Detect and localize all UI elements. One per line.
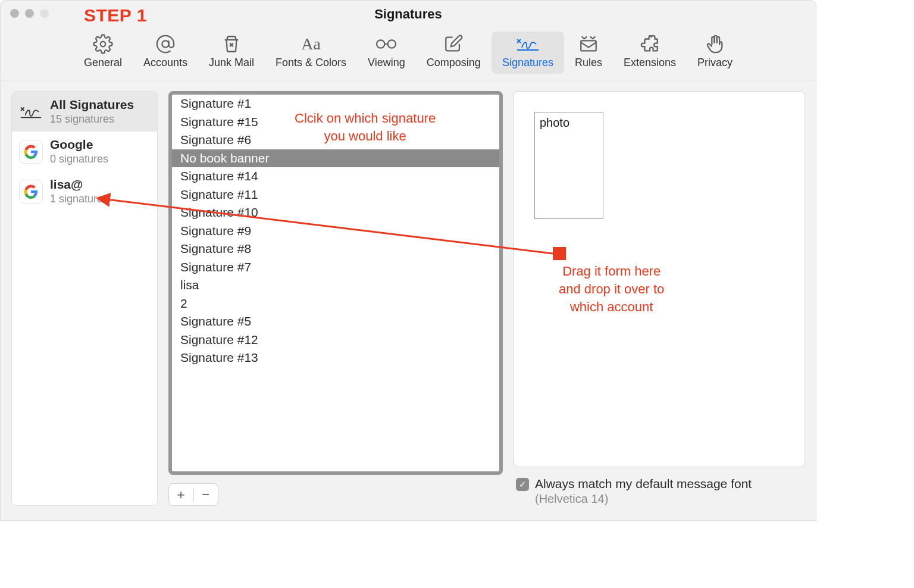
signatures-list[interactable]: Signature #1Signature #15Signature #6No …	[168, 91, 503, 475]
account-title: lisa@	[50, 177, 103, 192]
signature-item[interactable]: Signature #14	[172, 167, 499, 186]
google-icon	[19, 180, 43, 204]
rules-icon	[577, 34, 600, 54]
signature-item[interactable]: Signature #1	[172, 95, 499, 113]
accounts-sidebar: All Signatures 15 signatures Google 0 si…	[11, 91, 158, 506]
account-subtitle: 1 signature	[50, 193, 103, 205]
svg-point-1	[162, 40, 168, 47]
tab-label: Fonts & Colors	[276, 57, 346, 69]
tab-extensions[interactable]: Extensions	[613, 32, 687, 74]
signature-item[interactable]: Signature #13	[172, 349, 499, 367]
content-area: All Signatures 15 signatures Google 0 si…	[1, 80, 816, 517]
tab-label: General	[84, 57, 122, 69]
preview-column: photo ✓ Always match my default message …	[514, 91, 805, 506]
at-sign-icon	[154, 34, 177, 54]
signature-item[interactable]: Signature #11	[172, 186, 499, 204]
tab-label: Privacy	[697, 57, 733, 69]
signature-item[interactable]: Signature #10	[172, 204, 499, 222]
tab-signatures[interactable]: Signatures	[492, 32, 564, 74]
glasses-icon	[374, 34, 398, 54]
match-font-label: Always match my default message font	[535, 477, 752, 491]
fonts-icon: Aa	[299, 34, 323, 54]
tab-label: Composing	[427, 57, 481, 69]
trash-icon	[220, 34, 243, 54]
tab-label: Extensions	[624, 57, 676, 69]
add-remove-control: ＋ −	[168, 483, 218, 506]
account-subtitle: 15 signatures	[50, 113, 134, 126]
sidebar-item-all-signatures[interactable]: All Signatures 15 signatures	[12, 92, 157, 132]
signature-item[interactable]: lisa	[172, 276, 499, 295]
signature-item[interactable]: Signature #15	[172, 113, 499, 132]
tab-label: Rules	[575, 57, 602, 69]
tab-fonts-colors[interactable]: Aa Fonts & Colors	[265, 32, 357, 74]
remove-signature-button[interactable]: −	[194, 488, 218, 501]
svg-point-0	[101, 42, 106, 47]
svg-rect-9	[581, 40, 596, 51]
account-title: Google	[50, 137, 108, 152]
tab-junk-mail[interactable]: Junk Mail	[198, 32, 265, 74]
close-window-button[interactable]	[10, 9, 19, 18]
compose-icon	[442, 34, 465, 54]
account-subtitle: 0 signatures	[50, 153, 108, 165]
tab-general[interactable]: General	[73, 32, 133, 74]
tab-viewing[interactable]: Viewing	[357, 32, 416, 74]
signature-icon	[19, 100, 43, 124]
signature-item[interactable]: Signature #9	[172, 222, 499, 240]
add-signature-button[interactable]: ＋	[169, 488, 193, 501]
signatures-preferences-window: Signatures STEP 1 General Accounts Junk …	[0, 0, 816, 521]
signature-preview[interactable]: photo	[514, 91, 805, 467]
match-font-checkbox[interactable]: ✓	[516, 478, 529, 491]
signature-item[interactable]: Signature #5	[172, 312, 499, 331]
signatures-column: Signature #1Signature #15Signature #6No …	[168, 91, 503, 506]
puzzle-icon	[638, 34, 662, 54]
tab-label: Junk Mail	[209, 57, 254, 69]
gear-icon	[91, 34, 115, 54]
hand-icon	[703, 34, 727, 54]
window-controls	[10, 9, 49, 18]
signature-item[interactable]: Signature #8	[172, 240, 499, 258]
sidebar-item-google[interactable]: Google 0 signatures	[12, 132, 157, 171]
minimize-window-button[interactable]	[25, 9, 34, 18]
tab-label: Viewing	[368, 57, 405, 69]
tab-privacy[interactable]: Privacy	[687, 32, 743, 74]
annotation-step-1: STEP 1	[84, 5, 147, 26]
svg-point-5	[388, 40, 396, 48]
zoom-window-button[interactable]	[40, 9, 49, 18]
match-font-sublabel: (Helvetica 14)	[535, 492, 752, 506]
svg-point-4	[377, 40, 384, 48]
preferences-toolbar: General Accounts Junk Mail Aa Fonts & Co…	[1, 28, 816, 80]
signature-icon	[516, 34, 540, 54]
tab-rules[interactable]: Rules	[564, 32, 613, 74]
signature-item[interactable]: No book banner	[172, 149, 499, 168]
google-icon	[19, 140, 43, 164]
photo-placeholder: photo	[534, 112, 603, 219]
sidebar-item-lisa[interactable]: lisa@ 1 signature	[12, 171, 157, 211]
signature-item[interactable]: Signature #12	[172, 331, 499, 349]
signature-item[interactable]: Signature #7	[172, 258, 499, 277]
tab-label: Signatures	[502, 57, 553, 69]
match-font-row: ✓ Always match my default message font (…	[514, 477, 805, 506]
signature-item[interactable]: Signature #6	[172, 131, 499, 149]
tab-label: Accounts	[143, 57, 187, 69]
tab-composing[interactable]: Composing	[416, 32, 492, 74]
account-title: All Signatures	[50, 98, 134, 112]
signature-item[interactable]: 2	[172, 295, 499, 313]
tab-accounts[interactable]: Accounts	[133, 32, 198, 74]
